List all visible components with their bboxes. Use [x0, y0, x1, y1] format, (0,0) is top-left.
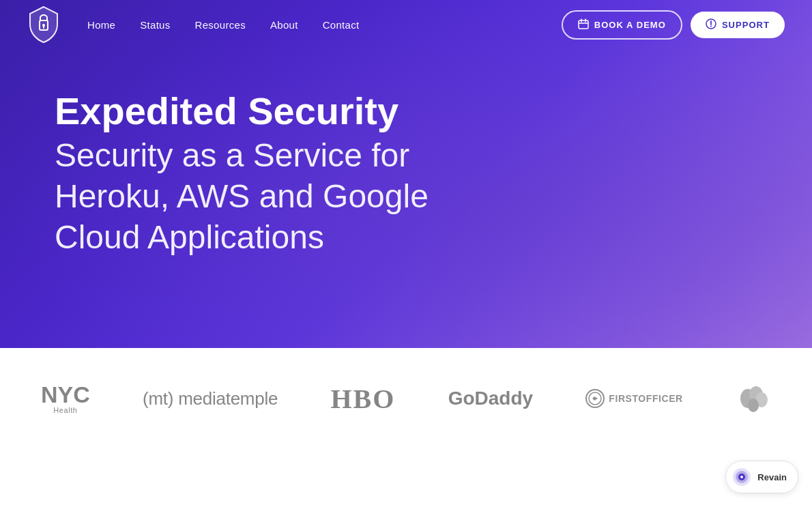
- hero-subtitle: Security as a Service for Heroku, AWS an…: [55, 135, 429, 258]
- svg-rect-3: [579, 20, 588, 29]
- nav-about[interactable]: About: [270, 19, 298, 31]
- nav-status[interactable]: Status: [140, 19, 170, 31]
- nyc-health-logo: NYC Health: [41, 383, 90, 414]
- book-demo-button[interactable]: BOOK A DEMO: [562, 10, 682, 40]
- navbar: Home Status Resources About Contact BOOK…: [0, 0, 812, 49]
- salesforce-logo: [736, 381, 771, 416]
- logos-section: NYC Health (mt) mediatemple HBO GoDaddy …: [0, 348, 812, 457]
- nav-links: Home Status Resources About Contact: [87, 19, 562, 31]
- revain-label: Revain: [757, 472, 787, 482]
- calendar-icon: [578, 18, 589, 31]
- firstofficer-icon: [585, 389, 605, 408]
- hbo-logo: HBO: [330, 383, 395, 415]
- brand-logo-icon: [27, 5, 60, 44]
- svg-point-14: [748, 399, 759, 412]
- revain-widget[interactable]: Revain: [725, 461, 798, 493]
- hero-content: Expedited Security Security as a Service…: [55, 90, 429, 258]
- hero-section: Home Status Resources About Contact BOOK…: [0, 0, 812, 348]
- svg-point-9: [710, 25, 712, 27]
- godaddy-logo: GoDaddy: [448, 388, 533, 409]
- logo[interactable]: [27, 5, 60, 44]
- nav-actions: BOOK A DEMO SUPPORT: [562, 10, 785, 40]
- firstofficer-logo: FIRSTOFFICER: [585, 389, 682, 408]
- support-button[interactable]: SUPPORT: [691, 12, 785, 38]
- hero-title: Expedited Security: [55, 90, 429, 132]
- nav-contact[interactable]: Contact: [323, 19, 360, 31]
- nav-home[interactable]: Home: [87, 19, 115, 31]
- nav-resources[interactable]: Resources: [195, 19, 246, 31]
- svg-point-18: [740, 476, 743, 478]
- media-temple-logo: (mt) mediatemple: [143, 388, 278, 409]
- revain-icon: [731, 467, 752, 487]
- support-icon: [706, 18, 716, 31]
